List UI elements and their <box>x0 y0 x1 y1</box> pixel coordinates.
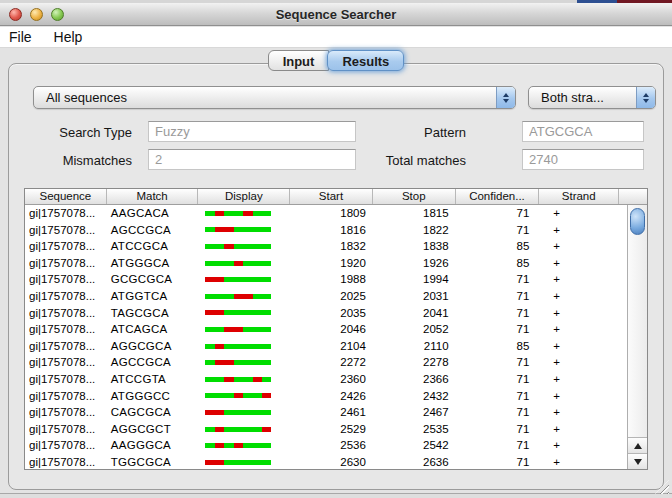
display-segment <box>253 227 262 232</box>
down-arrow-icon <box>503 99 509 103</box>
row-sequence: gi|1757078... <box>25 454 107 469</box>
display-segment <box>215 294 224 299</box>
up-arrow-icon <box>503 93 509 97</box>
match-display-bar <box>205 460 271 465</box>
sequence-filter-select[interactable]: All sequences <box>33 86 516 109</box>
row-match: ATGGGCC <box>107 388 199 405</box>
row-match: TAGCGCA <box>107 305 199 322</box>
vertical-scrollbar[interactable] <box>627 205 647 469</box>
column-header-sequence[interactable]: Sequence <box>25 189 107 204</box>
display-segment <box>243 410 252 415</box>
row-match: AAGGGCA <box>107 437 199 454</box>
row-display-cell <box>198 421 290 438</box>
display-segment <box>215 443 224 448</box>
scroll-down-button[interactable] <box>628 453 647 469</box>
table-row[interactable]: gi|1757078...TAGCGCA2035204171+ <box>25 305 647 322</box>
display-segment <box>262 393 271 398</box>
row-display-cell <box>198 255 290 272</box>
total-matches-field[interactable] <box>522 149 644 170</box>
table-row[interactable]: gi|1757078...AAGCACA1809181571+ <box>25 205 647 222</box>
row-stop: 2278 <box>373 354 456 371</box>
row-stop: 2636 <box>373 454 456 469</box>
display-segment <box>253 211 262 216</box>
title-bar[interactable]: Sequence Searcher <box>0 3 672 26</box>
display-segment <box>215 427 224 432</box>
match-display-bar <box>205 261 271 266</box>
table-row[interactable]: gi|1757078...AGCCGCA1816182271+ <box>25 222 647 239</box>
display-segment <box>262 227 271 232</box>
table-row[interactable]: gi|1757078...AGCCGCA2272227871+ <box>25 354 647 371</box>
menu-file[interactable]: File <box>9 29 32 45</box>
scroll-up-button[interactable] <box>628 437 647 453</box>
table-row[interactable]: gi|1757078...AGGCGCT2529253571+ <box>25 421 647 438</box>
display-segment <box>262 244 271 249</box>
display-segment <box>234 244 243 249</box>
match-display-bar <box>205 227 271 232</box>
column-header-confidence[interactable]: Confiden... <box>456 189 540 204</box>
search-type-field[interactable] <box>148 121 356 142</box>
row-stop: 2110 <box>373 338 456 355</box>
display-segment <box>224 227 233 232</box>
row-start: 2426 <box>290 388 373 405</box>
display-segment <box>234 360 243 365</box>
row-start: 2536 <box>290 437 373 454</box>
row-match: AAGCACA <box>107 205 199 222</box>
display-segment <box>234 460 243 465</box>
display-segment <box>253 460 262 465</box>
match-display-bar <box>205 360 271 365</box>
table-row[interactable]: gi|1757078...ATGGTCA2025203171+ <box>25 288 647 305</box>
scrollbar-thumb[interactable] <box>630 208 645 235</box>
column-header-match[interactable]: Match <box>107 189 199 204</box>
table-row[interactable]: gi|1757078...ATCCGCA1832183885+ <box>25 238 647 255</box>
table-row[interactable]: gi|1757078...AAGGGCA2536254271+ <box>25 437 647 454</box>
mismatches-field[interactable] <box>148 149 356 170</box>
app-window: Sequence Searcher File Help Input Result… <box>0 0 672 498</box>
table-row[interactable]: gi|1757078...ATGGGCA1920192685+ <box>25 255 647 272</box>
display-segment <box>234 427 243 432</box>
tab-input[interactable]: Input <box>268 50 330 71</box>
display-segment <box>262 443 271 448</box>
column-header-stop[interactable]: Stop <box>373 189 456 204</box>
display-segment <box>253 393 262 398</box>
search-type-label: Search Type <box>40 125 132 140</box>
column-header-display[interactable]: Display <box>198 189 290 204</box>
display-segment <box>205 443 214 448</box>
table-row[interactable]: gi|1757078...ATGGGCC2426243271+ <box>25 388 647 405</box>
display-segment <box>262 294 271 299</box>
minimize-button-icon[interactable] <box>30 8 43 21</box>
display-segment <box>234 393 243 398</box>
zoom-button-icon[interactable] <box>51 8 64 21</box>
pattern-field[interactable] <box>522 121 644 142</box>
row-sequence: gi|1757078... <box>25 421 107 438</box>
display-segment <box>262 377 271 382</box>
display-segment <box>262 261 271 266</box>
table-row[interactable]: gi|1757078...ATCCGTA2360236671+ <box>25 371 647 388</box>
display-segment <box>253 310 262 315</box>
strand-filter-select[interactable]: Both stra... <box>528 86 656 109</box>
pattern-label: Pattern <box>370 125 466 140</box>
table-row[interactable]: gi|1757078...ATCAGCA2046205271+ <box>25 321 647 338</box>
row-stop: 2041 <box>373 305 456 322</box>
row-match: AGCCGCA <box>107 354 199 371</box>
row-start: 1809 <box>290 205 373 222</box>
row-confidence: 71 <box>456 404 540 421</box>
row-display-cell <box>198 388 290 405</box>
row-confidence: 71 <box>456 271 540 288</box>
strand-filter-value: Both stra... <box>529 90 636 105</box>
display-segment <box>215 377 224 382</box>
column-header-strand[interactable]: Strand <box>539 189 619 204</box>
menu-help[interactable]: Help <box>54 29 83 45</box>
table-row[interactable]: gi|1757078...AGGCGCA2104211085+ <box>25 338 647 355</box>
column-header-start[interactable]: Start <box>290 189 373 204</box>
table-row[interactable]: gi|1757078...GCGCGCA1988199471+ <box>25 271 647 288</box>
row-confidence: 71 <box>456 388 540 405</box>
display-segment <box>224 211 233 216</box>
table-row[interactable]: gi|1757078...TGGCGCA2630263671+ <box>25 454 647 469</box>
display-segment <box>234 377 243 382</box>
display-segment <box>243 261 252 266</box>
table-row[interactable]: gi|1757078...CAGCGCA2461246771+ <box>25 404 647 421</box>
row-display-cell <box>198 437 290 454</box>
tab-results[interactable]: Results <box>327 50 404 71</box>
row-sequence: gi|1757078... <box>25 222 107 239</box>
close-button-icon[interactable] <box>9 8 22 21</box>
